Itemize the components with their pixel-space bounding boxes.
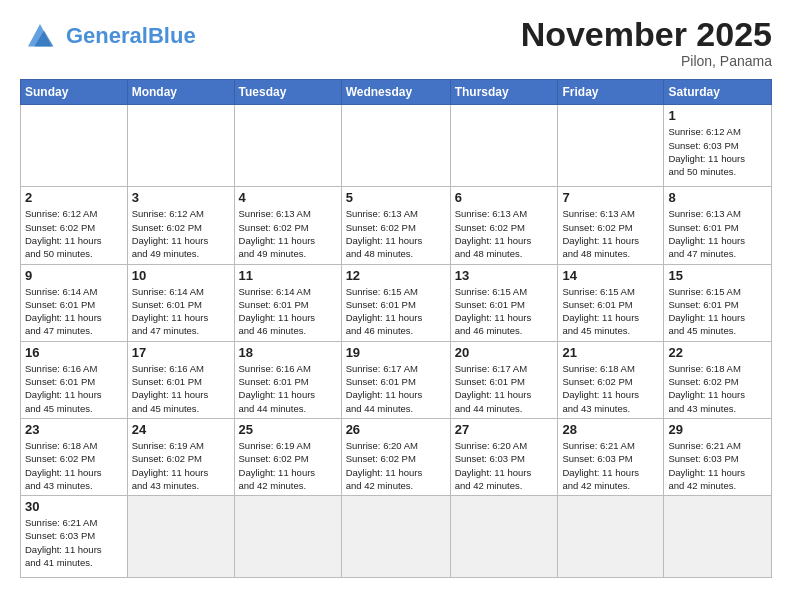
day-info: Sunrise: 6:15 AM Sunset: 6:01 PM Dayligh… bbox=[562, 285, 659, 338]
day-number: 4 bbox=[239, 190, 337, 205]
day-info: Sunrise: 6:12 AM Sunset: 6:02 PM Dayligh… bbox=[25, 207, 123, 260]
calendar-cell bbox=[558, 496, 664, 578]
calendar-cell bbox=[21, 105, 128, 187]
day-info: Sunrise: 6:20 AM Sunset: 6:02 PM Dayligh… bbox=[346, 439, 446, 492]
calendar-cell: 17Sunrise: 6:16 AM Sunset: 6:01 PM Dayli… bbox=[127, 341, 234, 418]
header: GeneralBlue November 2025 Pilon, Panama bbox=[20, 16, 772, 69]
weekday-header-monday: Monday bbox=[127, 80, 234, 105]
calendar-cell: 21Sunrise: 6:18 AM Sunset: 6:02 PM Dayli… bbox=[558, 341, 664, 418]
day-number: 10 bbox=[132, 268, 230, 283]
week-row-2: 2Sunrise: 6:12 AM Sunset: 6:02 PM Daylig… bbox=[21, 187, 772, 264]
day-number: 7 bbox=[562, 190, 659, 205]
day-number: 24 bbox=[132, 422, 230, 437]
calendar-cell: 13Sunrise: 6:15 AM Sunset: 6:01 PM Dayli… bbox=[450, 264, 558, 341]
calendar-cell: 28Sunrise: 6:21 AM Sunset: 6:03 PM Dayli… bbox=[558, 418, 664, 495]
calendar-cell bbox=[341, 105, 450, 187]
calendar-cell: 19Sunrise: 6:17 AM Sunset: 6:01 PM Dayli… bbox=[341, 341, 450, 418]
calendar-cell bbox=[664, 496, 772, 578]
day-info: Sunrise: 6:15 AM Sunset: 6:01 PM Dayligh… bbox=[668, 285, 767, 338]
calendar-cell bbox=[450, 496, 558, 578]
calendar-cell: 1Sunrise: 6:12 AM Sunset: 6:03 PM Daylig… bbox=[664, 105, 772, 187]
calendar-cell: 6Sunrise: 6:13 AM Sunset: 6:02 PM Daylig… bbox=[450, 187, 558, 264]
calendar-table: SundayMondayTuesdayWednesdayThursdayFrid… bbox=[20, 79, 772, 578]
location-subtitle: Pilon, Panama bbox=[521, 53, 772, 69]
calendar-cell: 3Sunrise: 6:12 AM Sunset: 6:02 PM Daylig… bbox=[127, 187, 234, 264]
week-row-3: 9Sunrise: 6:14 AM Sunset: 6:01 PM Daylig… bbox=[21, 264, 772, 341]
calendar-cell: 12Sunrise: 6:15 AM Sunset: 6:01 PM Dayli… bbox=[341, 264, 450, 341]
calendar-cell: 22Sunrise: 6:18 AM Sunset: 6:02 PM Dayli… bbox=[664, 341, 772, 418]
calendar-cell bbox=[234, 105, 341, 187]
month-title: November 2025 bbox=[521, 16, 772, 53]
calendar-cell bbox=[127, 496, 234, 578]
calendar-cell: 7Sunrise: 6:13 AM Sunset: 6:02 PM Daylig… bbox=[558, 187, 664, 264]
day-info: Sunrise: 6:15 AM Sunset: 6:01 PM Dayligh… bbox=[346, 285, 446, 338]
day-info: Sunrise: 6:13 AM Sunset: 6:01 PM Dayligh… bbox=[668, 207, 767, 260]
day-info: Sunrise: 6:13 AM Sunset: 6:02 PM Dayligh… bbox=[455, 207, 554, 260]
day-info: Sunrise: 6:13 AM Sunset: 6:02 PM Dayligh… bbox=[562, 207, 659, 260]
calendar-cell: 16Sunrise: 6:16 AM Sunset: 6:01 PM Dayli… bbox=[21, 341, 128, 418]
day-number: 6 bbox=[455, 190, 554, 205]
calendar-cell: 24Sunrise: 6:19 AM Sunset: 6:02 PM Dayli… bbox=[127, 418, 234, 495]
day-number: 28 bbox=[562, 422, 659, 437]
day-number: 12 bbox=[346, 268, 446, 283]
day-info: Sunrise: 6:19 AM Sunset: 6:02 PM Dayligh… bbox=[239, 439, 337, 492]
logo-general: General bbox=[66, 23, 148, 48]
day-number: 5 bbox=[346, 190, 446, 205]
calendar-cell: 2Sunrise: 6:12 AM Sunset: 6:02 PM Daylig… bbox=[21, 187, 128, 264]
calendar-cell: 20Sunrise: 6:17 AM Sunset: 6:01 PM Dayli… bbox=[450, 341, 558, 418]
weekday-header-tuesday: Tuesday bbox=[234, 80, 341, 105]
day-number: 21 bbox=[562, 345, 659, 360]
day-info: Sunrise: 6:16 AM Sunset: 6:01 PM Dayligh… bbox=[132, 362, 230, 415]
day-number: 3 bbox=[132, 190, 230, 205]
day-number: 8 bbox=[668, 190, 767, 205]
day-info: Sunrise: 6:18 AM Sunset: 6:02 PM Dayligh… bbox=[562, 362, 659, 415]
calendar-cell: 5Sunrise: 6:13 AM Sunset: 6:02 PM Daylig… bbox=[341, 187, 450, 264]
day-number: 29 bbox=[668, 422, 767, 437]
day-number: 13 bbox=[455, 268, 554, 283]
calendar-cell: 9Sunrise: 6:14 AM Sunset: 6:01 PM Daylig… bbox=[21, 264, 128, 341]
weekday-header-friday: Friday bbox=[558, 80, 664, 105]
calendar-cell: 18Sunrise: 6:16 AM Sunset: 6:01 PM Dayli… bbox=[234, 341, 341, 418]
day-number: 22 bbox=[668, 345, 767, 360]
calendar-cell: 26Sunrise: 6:20 AM Sunset: 6:02 PM Dayli… bbox=[341, 418, 450, 495]
day-number: 27 bbox=[455, 422, 554, 437]
day-info: Sunrise: 6:12 AM Sunset: 6:03 PM Dayligh… bbox=[668, 125, 767, 178]
day-number: 15 bbox=[668, 268, 767, 283]
weekday-header-saturday: Saturday bbox=[664, 80, 772, 105]
day-info: Sunrise: 6:18 AM Sunset: 6:02 PM Dayligh… bbox=[25, 439, 123, 492]
day-number: 16 bbox=[25, 345, 123, 360]
weekday-header-sunday: Sunday bbox=[21, 80, 128, 105]
calendar-cell: 4Sunrise: 6:13 AM Sunset: 6:02 PM Daylig… bbox=[234, 187, 341, 264]
page: GeneralBlue November 2025 Pilon, Panama … bbox=[0, 0, 792, 594]
calendar-cell: 11Sunrise: 6:14 AM Sunset: 6:01 PM Dayli… bbox=[234, 264, 341, 341]
day-info: Sunrise: 6:14 AM Sunset: 6:01 PM Dayligh… bbox=[25, 285, 123, 338]
day-number: 1 bbox=[668, 108, 767, 123]
calendar-cell: 23Sunrise: 6:18 AM Sunset: 6:02 PM Dayli… bbox=[21, 418, 128, 495]
day-number: 20 bbox=[455, 345, 554, 360]
day-info: Sunrise: 6:21 AM Sunset: 6:03 PM Dayligh… bbox=[668, 439, 767, 492]
day-number: 2 bbox=[25, 190, 123, 205]
weekday-header-thursday: Thursday bbox=[450, 80, 558, 105]
calendar-cell: 15Sunrise: 6:15 AM Sunset: 6:01 PM Dayli… bbox=[664, 264, 772, 341]
day-info: Sunrise: 6:13 AM Sunset: 6:02 PM Dayligh… bbox=[346, 207, 446, 260]
calendar-cell bbox=[450, 105, 558, 187]
week-row-5: 23Sunrise: 6:18 AM Sunset: 6:02 PM Dayli… bbox=[21, 418, 772, 495]
day-info: Sunrise: 6:13 AM Sunset: 6:02 PM Dayligh… bbox=[239, 207, 337, 260]
day-info: Sunrise: 6:19 AM Sunset: 6:02 PM Dayligh… bbox=[132, 439, 230, 492]
day-info: Sunrise: 6:17 AM Sunset: 6:01 PM Dayligh… bbox=[346, 362, 446, 415]
day-number: 30 bbox=[25, 499, 123, 514]
week-row-4: 16Sunrise: 6:16 AM Sunset: 6:01 PM Dayli… bbox=[21, 341, 772, 418]
calendar-cell bbox=[558, 105, 664, 187]
day-info: Sunrise: 6:12 AM Sunset: 6:02 PM Dayligh… bbox=[132, 207, 230, 260]
calendar-cell bbox=[127, 105, 234, 187]
calendar-cell: 8Sunrise: 6:13 AM Sunset: 6:01 PM Daylig… bbox=[664, 187, 772, 264]
calendar-cell bbox=[234, 496, 341, 578]
weekday-header-row: SundayMondayTuesdayWednesdayThursdayFrid… bbox=[21, 80, 772, 105]
day-info: Sunrise: 6:20 AM Sunset: 6:03 PM Dayligh… bbox=[455, 439, 554, 492]
calendar-cell: 30Sunrise: 6:21 AM Sunset: 6:03 PM Dayli… bbox=[21, 496, 128, 578]
day-number: 14 bbox=[562, 268, 659, 283]
logo-text: GeneralBlue bbox=[66, 25, 196, 47]
day-info: Sunrise: 6:15 AM Sunset: 6:01 PM Dayligh… bbox=[455, 285, 554, 338]
day-number: 17 bbox=[132, 345, 230, 360]
calendar-cell: 29Sunrise: 6:21 AM Sunset: 6:03 PM Dayli… bbox=[664, 418, 772, 495]
